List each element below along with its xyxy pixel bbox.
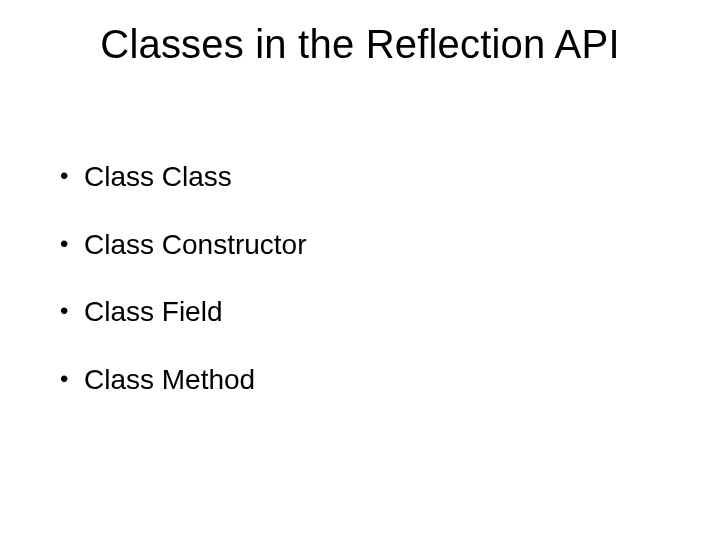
list-item: • Class Class <box>60 160 660 194</box>
list-item-label: Class Method <box>84 363 660 397</box>
bullet-icon: • <box>60 228 84 260</box>
list-item-label: Class Constructor <box>84 228 660 262</box>
slide: Classes in the Reflection API • Class Cl… <box>0 0 720 540</box>
list-item-label: Class Class <box>84 160 660 194</box>
list-item: • Class Method <box>60 363 660 397</box>
bullet-icon: • <box>60 363 84 395</box>
list-item-label: Class Field <box>84 295 660 329</box>
list-item: • Class Field <box>60 295 660 329</box>
list-item: • Class Constructor <box>60 228 660 262</box>
bullet-icon: • <box>60 160 84 192</box>
bullet-icon: • <box>60 295 84 327</box>
bullet-list: • Class Class • Class Constructor • Clas… <box>60 160 660 430</box>
slide-title: Classes in the Reflection API <box>0 22 720 67</box>
